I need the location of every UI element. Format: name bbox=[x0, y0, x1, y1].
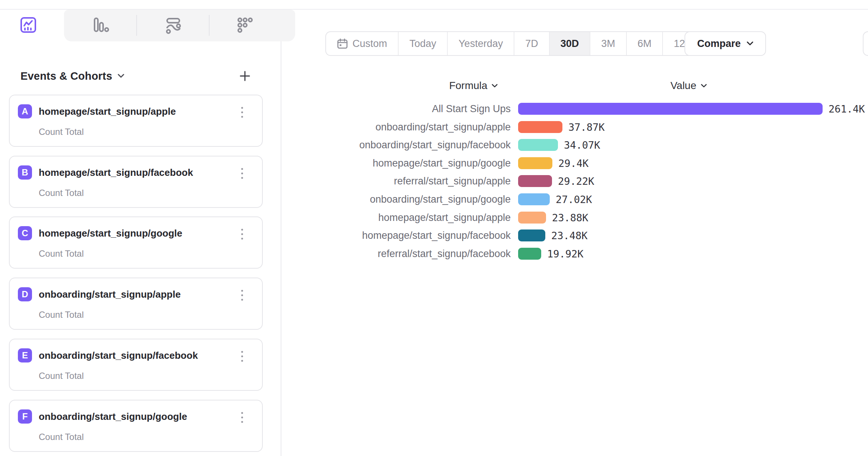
chart-row: homepage/start_signup/google29.4K bbox=[0, 155, 868, 172]
top-strip bbox=[0, 0, 868, 10]
kebab-menu-icon[interactable] bbox=[235, 409, 249, 426]
value-bar[interactable] bbox=[518, 229, 545, 241]
date-range-3m[interactable]: 3M bbox=[590, 32, 627, 55]
chevron-down-icon bbox=[747, 41, 753, 46]
value-label: 34.07K bbox=[564, 139, 600, 151]
chart-row: onboarding/start_signup/apple37.87K bbox=[0, 118, 868, 136]
event-letter-badge: F bbox=[18, 409, 32, 424]
cutoff-toolbar-button[interactable] bbox=[863, 31, 868, 56]
kebab-menu-icon[interactable] bbox=[235, 348, 249, 365]
event-metric[interactable]: Count Total bbox=[39, 432, 84, 442]
value-bar[interactable] bbox=[518, 121, 562, 133]
bar-chart-icon bbox=[92, 16, 109, 35]
formula-header-label: Formula bbox=[449, 80, 488, 92]
date-range-7d[interactable]: 7D bbox=[514, 32, 550, 55]
date-range-label: 7D bbox=[525, 38, 538, 50]
retention-grid-icon bbox=[236, 16, 253, 35]
date-range-label: 30D bbox=[561, 38, 579, 50]
event-card[interactable]: Eonboarding/start_signup/facebookCount T… bbox=[9, 339, 263, 391]
events-cohorts-title: Events & Cohorts bbox=[20, 70, 112, 82]
series-label[interactable]: referral/start_signup/facebook bbox=[0, 248, 511, 260]
tab-flows[interactable] bbox=[137, 10, 209, 41]
date-range-label: 3M bbox=[601, 38, 615, 50]
events-cohorts-header[interactable]: Events & Cohorts bbox=[20, 69, 124, 83]
tab-insights[interactable] bbox=[0, 10, 61, 41]
chart-row: homepage/start_signup/facebook23.48K bbox=[0, 227, 868, 244]
calendar-icon bbox=[337, 38, 348, 49]
date-range-custom[interactable]: Custom bbox=[326, 32, 399, 55]
chart-row: homepage/start_signup/apple23.88K bbox=[0, 209, 868, 226]
chevron-down-icon bbox=[118, 74, 124, 78]
compare-button[interactable]: Compare bbox=[684, 31, 766, 56]
value-label: 261.4K bbox=[829, 103, 865, 115]
value-label: 23.48K bbox=[551, 230, 588, 241]
value-header-label: Value bbox=[670, 80, 696, 92]
date-range-30d[interactable]: 30D bbox=[550, 32, 591, 55]
value-label: 27.02K bbox=[556, 194, 592, 205]
chevron-down-icon bbox=[492, 84, 498, 88]
line-chart-icon bbox=[19, 16, 37, 35]
event-letter-badge: E bbox=[18, 348, 32, 362]
series-label[interactable]: onboarding/start_signup/apple bbox=[0, 121, 511, 133]
date-range-label: Today bbox=[409, 38, 436, 50]
event-name[interactable]: onboarding/start_signup/facebook bbox=[39, 350, 198, 361]
chart-row: All Start Sign Ups261.4K bbox=[0, 100, 868, 117]
chart-row: onboarding/start_signup/google27.02K bbox=[0, 191, 868, 208]
series-label[interactable]: homepage/start_signup/google bbox=[0, 158, 511, 169]
date-range-today[interactable]: Today bbox=[399, 32, 448, 55]
series-label[interactable]: homepage/start_signup/facebook bbox=[0, 230, 511, 241]
value-label: 37.87K bbox=[568, 121, 605, 133]
date-range-6m[interactable]: 6M bbox=[627, 32, 663, 55]
chart-row: referral/start_signup/apple29.22K bbox=[0, 172, 868, 190]
value-column-header[interactable]: Value bbox=[648, 79, 730, 92]
value-bar[interactable] bbox=[518, 193, 550, 205]
value-bar[interactable] bbox=[518, 248, 541, 260]
event-metric[interactable]: Count Total bbox=[39, 310, 84, 320]
insights-report-screen: Events & Cohorts Ahomepage/start_signup/… bbox=[0, 0, 868, 456]
add-event-button[interactable] bbox=[237, 68, 253, 84]
event-name[interactable]: onboarding/start_signup/google bbox=[39, 411, 187, 422]
value-bar[interactable] bbox=[518, 139, 558, 151]
value-label: 19.92K bbox=[547, 248, 584, 260]
compare-label: Compare bbox=[697, 38, 741, 50]
value-label: 29.4K bbox=[558, 158, 588, 169]
value-label: 29.22K bbox=[558, 175, 594, 187]
series-label[interactable]: onboarding/start_signup/facebook bbox=[0, 139, 511, 151]
event-metric[interactable]: Count Total bbox=[39, 371, 84, 381]
event-name[interactable]: onboarding/start_signup/apple bbox=[39, 289, 181, 300]
series-label[interactable]: homepage/start_signup/apple bbox=[0, 212, 511, 224]
plus-icon bbox=[239, 70, 251, 82]
kebab-menu-icon[interactable] bbox=[235, 286, 249, 304]
value-bar[interactable] bbox=[518, 103, 823, 115]
flows-icon bbox=[164, 16, 182, 35]
date-range-label: Custom bbox=[352, 38, 387, 50]
value-bar[interactable] bbox=[518, 175, 552, 187]
date-range-label: Yesterday bbox=[459, 38, 503, 50]
series-label[interactable]: onboarding/start_signup/google bbox=[0, 194, 511, 205]
chart-row: referral/start_signup/facebook19.92K bbox=[0, 245, 868, 262]
event-card[interactable]: Donboarding/start_signup/appleCount Tota… bbox=[9, 278, 263, 330]
date-range-yesterday[interactable]: Yesterday bbox=[448, 32, 514, 55]
value-label: 23.88K bbox=[552, 212, 588, 224]
chart-row: onboarding/start_signup/facebook34.07K bbox=[0, 136, 868, 153]
tab-retention[interactable] bbox=[209, 10, 280, 41]
event-letter-badge: D bbox=[18, 287, 32, 301]
value-bar[interactable] bbox=[518, 212, 546, 224]
formula-column-header[interactable]: Formula bbox=[433, 79, 514, 92]
date-range-label: 6M bbox=[638, 38, 652, 50]
tab-bar-chart[interactable] bbox=[64, 10, 137, 41]
event-card[interactable]: Fonboarding/start_signup/googleCount Tot… bbox=[9, 400, 263, 452]
value-bar[interactable] bbox=[518, 157, 552, 169]
date-range-control: CustomTodayYesterday7D30D3M6M12M bbox=[325, 31, 705, 56]
series-label[interactable]: All Start Sign Ups bbox=[0, 103, 511, 115]
chevron-down-icon bbox=[701, 84, 707, 88]
series-label[interactable]: referral/start_signup/apple bbox=[0, 175, 511, 187]
